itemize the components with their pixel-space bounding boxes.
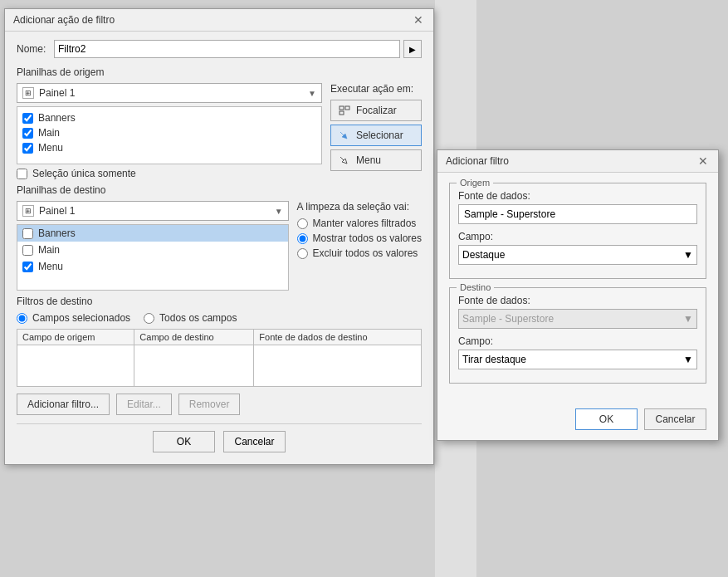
remove-filter-button[interactable]: Remover [178,394,241,415]
dest-checklist: Banners Main Menu [17,224,289,291]
filter-radio-selected-input[interactable] [17,313,27,324]
main-dialog-title: Adicionar ação de filtro [13,14,115,26]
action-buttons-area: Executar ação em: Focalizar Selecionar [330,83,422,179]
main-dialog: Adicionar ação de filtro ✕ Nome: ▶ Plani… [4,8,434,465]
select-label: Selecionar [356,130,403,141]
table-empty-cell-3 [254,345,422,387]
clear-radio-show[interactable] [297,233,308,244]
dest-fieldset: Destino Fonte de dados: Sample - Superst… [449,287,706,384]
origin-dropdown-value: Painel 1 [39,87,75,99]
add-filter-button[interactable]: Adicionar filtro... [17,394,110,415]
main-dialog-titlebar: Adicionar ação de filtro ✕ [5,9,433,32]
filters-radio-row: Campos selecionados Todos os campos [17,312,422,324]
dest-datasource-arrow: ▼ [683,313,693,325]
origin-check-banners-input[interactable] [22,113,33,124]
main-ok-button[interactable]: OK [153,431,215,452]
edit-filter-button[interactable]: Editar... [116,394,172,415]
col-dest-source: Fonte de dados de destino [254,330,422,345]
origin-fieldset-legend: Origem [457,178,493,188]
origin-check-menu-input[interactable] [22,143,33,154]
origin-left: ⊞ Painel 1 ▼ Banners Main [17,83,322,179]
dest-check-menu-input[interactable] [22,262,33,272]
origin-dropdown-arrow: ▼ [308,89,316,98]
origin-field-select[interactable]: Destaque ▼ [458,245,697,265]
dest-menu-label: Menu [38,261,63,272]
second-ok-button[interactable]: OK [575,408,638,430]
dest-datasource-label: Fonte de dados: [458,295,697,306]
dest-check-main-input[interactable] [22,245,33,256]
single-check-input[interactable] [17,169,27,179]
name-arrow-button[interactable]: ▶ [403,40,422,58]
origin-check-main-input[interactable] [22,128,33,139]
main-dialog-footer: OK Cancelar [17,423,422,456]
main-cancel-button[interactable]: Cancelar [223,431,286,452]
menu-button[interactable]: Menu [330,149,422,171]
dest-field-select[interactable]: Tirar destaque ▼ [458,350,697,369]
origin-menu-label: Menu [38,142,63,154]
dest-field-group: Campo: Tirar destaque ▼ [458,335,697,369]
dest-check-banners-input[interactable] [22,228,33,239]
focus-button[interactable]: Focalizar [330,100,422,121]
origin-field-arrow: ▼ [683,249,693,261]
select-button[interactable]: Selecionar [330,125,422,146]
dest-sheets-row: ⊞ Painel 1 ▼ Banners Main [17,201,422,291]
second-dialog-body: Origem Fonte de dados: Campo: Destaque ▼… [437,173,718,402]
name-row: Nome: ▶ [17,40,422,58]
origin-field-label: Campo: [458,231,697,242]
origin-datasource-input[interactable] [458,204,697,224]
svg-rect-0 [340,106,344,110]
clear-radio-exclude[interactable] [297,248,308,259]
second-dialog-titlebar: Adicionar filtro ✕ [437,150,718,173]
clear-label: A limpeza da seleção vai: [297,201,422,213]
action-buttons: Focalizar Selecionar Menu [330,100,422,171]
origin-check-main: Main [22,125,316,140]
dest-dropdown-value: Painel 1 [39,205,75,217]
svg-rect-1 [345,106,349,110]
filter-table: Campo de origem Campo de destino Fonte d… [17,329,422,387]
origin-banners-label: Banners [38,112,76,124]
clear-show-label: Mostrar todos os valores [313,232,422,244]
dest-dropdown-arrow: ▼ [275,207,283,216]
second-dialog-close-button[interactable]: ✕ [696,155,710,167]
origin-fieldset: Origem Fonte de dados: Campo: Destaque ▼ [449,183,706,279]
table-empty-cell-1 [17,345,134,387]
filter-radio-selected: Campos selecionados [17,312,130,324]
menu-icon [338,154,351,166]
second-dialog-title: Adicionar filtro [446,155,509,167]
second-cancel-button[interactable]: Cancelar [644,408,706,430]
select-icon [338,130,351,141]
second-dialog-footer: OK Cancelar [437,402,718,440]
svg-rect-2 [340,111,344,115]
filters-section-label: Filtros de destino [17,296,422,307]
filter-radio-all-input[interactable] [144,313,154,324]
col-dest-field: Campo de destino [134,330,254,345]
clear-radio-maintain[interactable] [297,218,308,229]
clear-maintain-label: Manter valores filtrados [313,218,417,229]
focus-label: Focalizar [356,105,397,116]
origin-check-banners: Banners [22,110,316,125]
name-input[interactable] [54,40,400,58]
dest-dropdown[interactable]: ⊞ Painel 1 ▼ [17,201,289,221]
origin-datasource-group: Fonte de dados: [458,190,697,224]
name-label: Nome: [17,43,54,55]
dest-check-banners: Banners [17,225,288,242]
filter-radio-all: Todos os campos [144,312,237,324]
table-empty-cell-2 [134,345,254,387]
origin-sheets-row: ⊞ Painel 1 ▼ Banners Main [17,83,422,179]
main-dialog-close-button[interactable]: ✕ [412,14,425,26]
clear-option-maintain: Manter valores filtrados [297,218,422,229]
dest-check-menu: Menu [17,258,288,275]
clear-options: Manter valores filtrados Mostrar todos o… [297,218,422,259]
menu-label: Menu [356,154,381,166]
dest-datasource-select[interactable]: Sample - Superstore ▼ [458,309,697,329]
dest-datasource-group: Fonte de dados: Sample - Superstore ▼ [458,295,697,329]
col-origin-field: Campo de origem [17,330,134,345]
origin-dropdown[interactable]: ⊞ Painel 1 ▼ [17,83,322,103]
origin-check-menu: Menu [22,140,316,155]
single-check-label: Seleção única somente [32,168,136,179]
dest-datasource-value: Sample - Superstore [462,313,554,325]
dest-banners-label: Banners [38,227,76,239]
origin-checklist: Banners Main Menu [17,106,322,164]
single-check-row: Seleção única somente [17,168,322,179]
second-dialog: Adicionar filtro ✕ Origem Fonte de dados… [437,149,719,441]
